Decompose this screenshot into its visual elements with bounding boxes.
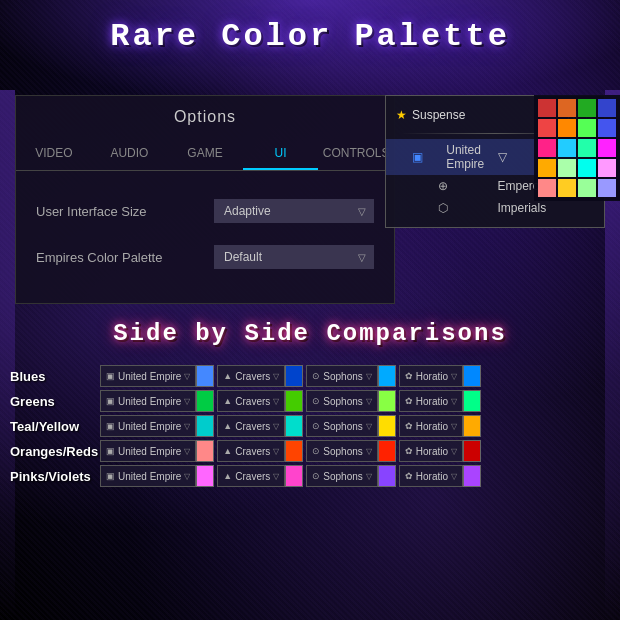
faction-selector[interactable]: ▲Cravers▽	[217, 440, 285, 462]
color-grid	[538, 99, 616, 197]
faction-selector[interactable]: ▲Cravers▽	[217, 390, 285, 412]
comparison-label: Oranges/Reds	[5, 444, 100, 459]
color-grid-cell[interactable]	[598, 139, 616, 157]
faction-selector[interactable]: ⊙Sophons▽	[306, 365, 377, 387]
ui-size-row: User Interface Size Adaptive	[16, 191, 394, 231]
faction-name-label: United Empire	[118, 371, 181, 382]
faction-type-icon: ▲	[223, 471, 232, 481]
comparison-row-blues: Blues▣United Empire▽▲Cravers▽⊙Sophons▽✿H…	[5, 365, 615, 387]
faction-selector[interactable]: ▲Cravers▽	[217, 415, 285, 437]
faction-group-cravers: ▲Cravers▽	[217, 465, 303, 487]
options-tabs: VIDEOAUDIOGAMEUICONTROLS	[16, 138, 394, 171]
color-grid-cell[interactable]	[598, 119, 616, 137]
faction-color-display	[196, 415, 214, 437]
faction-type-icon: ✿	[405, 396, 413, 406]
faction-color-display	[285, 365, 303, 387]
faction-group-horatio: ✿Horatio▽	[399, 465, 481, 487]
faction-selector[interactable]: ✿Horatio▽	[399, 415, 463, 437]
color-grid-cell[interactable]	[578, 179, 596, 197]
faction-selector[interactable]: ⊙Sophons▽	[306, 465, 377, 487]
comparison-label: Greens	[5, 394, 100, 409]
options-tab-ui[interactable]: UI	[243, 138, 319, 170]
color-palette-select-wrap: Default	[214, 245, 374, 269]
faction-icon: ▣	[394, 150, 441, 164]
faction-color-display	[463, 415, 481, 437]
faction-selector[interactable]: ✿Horatio▽	[399, 365, 463, 387]
color-grid-cell[interactable]	[558, 139, 576, 157]
faction-color-display	[463, 440, 481, 462]
faction-color-display	[378, 440, 396, 462]
faction-name-label: Sophons	[323, 396, 362, 407]
options-tab-audio[interactable]: AUDIO	[92, 138, 168, 170]
faction-color-display	[463, 390, 481, 412]
faction-name: United Empire	[446, 143, 493, 171]
faction-type-icon: ✿	[405, 446, 413, 456]
faction-selector[interactable]: ✿Horatio▽	[399, 390, 463, 412]
page-title: Rare Color Palette	[0, 18, 620, 55]
faction-name-label: Cravers	[235, 446, 270, 457]
faction-selector[interactable]: ⊙Sophons▽	[306, 440, 377, 462]
faction-selector[interactable]: ▣United Empire▽	[100, 415, 196, 437]
faction-selector[interactable]: ✿Horatio▽	[399, 465, 463, 487]
faction-color-display	[378, 465, 396, 487]
faction-color-display	[285, 415, 303, 437]
color-grid-cell[interactable]	[538, 159, 556, 177]
faction-selector[interactable]: ▣United Empire▽	[100, 365, 196, 387]
faction-group-united-empire: ▣United Empire▽	[100, 440, 214, 462]
faction-selector[interactable]: ▣United Empire▽	[100, 390, 196, 412]
options-tab-controls[interactable]: CONTROLS	[318, 138, 394, 170]
color-grid-cell[interactable]	[578, 159, 596, 177]
faction-selector[interactable]: ▲Cravers▽	[217, 465, 285, 487]
ui-size-select[interactable]: Adaptive	[214, 199, 374, 223]
color-grid-cell[interactable]	[538, 179, 556, 197]
faction-selector[interactable]: ▲Cravers▽	[217, 365, 285, 387]
color-grid-cell[interactable]	[578, 99, 596, 117]
comparison-row-greens: Greens▣United Empire▽▲Cravers▽⊙Sophons▽✿…	[5, 390, 615, 412]
color-grid-cell[interactable]	[578, 119, 596, 137]
color-grid-cell[interactable]	[538, 99, 556, 117]
faction-group-sophons: ⊙Sophons▽	[306, 415, 395, 437]
comparison-factions: ▣United Empire▽▲Cravers▽⊙Sophons▽✿Horati…	[100, 415, 615, 437]
color-grid-cell[interactable]	[578, 139, 596, 157]
faction-group-cravers: ▲Cravers▽	[217, 440, 303, 462]
faction-group-sophons: ⊙Sophons▽	[306, 365, 395, 387]
color-grid-cell[interactable]	[598, 179, 616, 197]
faction-name-label: Horatio	[416, 396, 448, 407]
comparison-row-oranges-reds: Oranges/Reds▣United Empire▽▲Cravers▽⊙Sop…	[5, 440, 615, 462]
faction-color-display	[196, 440, 214, 462]
faction-selector[interactable]: ✿Horatio▽	[399, 440, 463, 462]
comparison-label: Blues	[5, 369, 100, 384]
options-tab-video[interactable]: VIDEO	[16, 138, 92, 170]
faction-group-cravers: ▲Cravers▽	[217, 390, 303, 412]
options-title: Options	[16, 96, 394, 138]
color-grid-cell[interactable]	[538, 139, 556, 157]
faction-name-label: United Empire	[118, 396, 181, 407]
comparison-row-pinks-violets: Pinks/Violets▣United Empire▽▲Cravers▽⊙So…	[5, 465, 615, 487]
faction-selector[interactable]: ⊙Sophons▽	[306, 415, 377, 437]
faction-group-horatio: ✿Horatio▽	[399, 365, 481, 387]
faction-name-label: Sophons	[323, 421, 362, 432]
color-grid-cell[interactable]	[558, 159, 576, 177]
color-grid-cell[interactable]	[558, 99, 576, 117]
faction-selector[interactable]: ⊙Sophons▽	[306, 390, 377, 412]
star-icon: ★	[396, 108, 407, 122]
faction-dropdown-arrow: ▽	[273, 422, 279, 431]
color-palette-label: Empires Color Palette	[36, 250, 214, 265]
faction-dropdown-arrow: ▽	[273, 472, 279, 481]
ui-size-label: User Interface Size	[36, 204, 214, 219]
dropdown-header-label: Suspense	[412, 108, 465, 122]
faction-selector[interactable]: ▣United Empire▽	[100, 440, 196, 462]
options-panel: Options VIDEOAUDIOGAMEUICONTROLS User In…	[15, 95, 395, 304]
options-tab-game[interactable]: GAME	[167, 138, 243, 170]
color-grid-cell[interactable]	[538, 119, 556, 137]
faction-selector[interactable]: ▣United Empire▽	[100, 465, 196, 487]
faction-dropdown-arrow: ▽	[273, 372, 279, 381]
faction-dropdown-arrow: ▽	[451, 472, 457, 481]
color-grid-cell[interactable]	[558, 179, 576, 197]
color-grid-cell[interactable]	[598, 159, 616, 177]
faction-dropdown-arrow: ▽	[273, 397, 279, 406]
color-grid-cell[interactable]	[558, 119, 576, 137]
color-palette-select[interactable]: Default	[214, 245, 374, 269]
color-grid-cell[interactable]	[598, 99, 616, 117]
comparisons-section: Blues▣United Empire▽▲Cravers▽⊙Sophons▽✿H…	[0, 365, 620, 490]
